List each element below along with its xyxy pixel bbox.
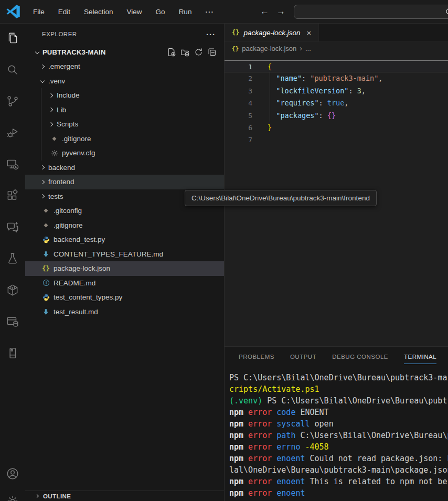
json-file-icon: {} [232,29,239,36]
new-folder-icon[interactable] [180,48,189,57]
close-tab-icon[interactable]: × [307,28,312,37]
panel-tab-problems[interactable]: PROBLEMS [239,354,274,360]
terminal-token: error [243,477,272,486]
terminal-token: C:\Users\Bilal\OneDrive\Bureau\pubtrack3… [295,431,448,440]
token: "requires" [276,99,318,107]
file-pyvenv-cfg[interactable]: pyvenv.cfg [25,146,224,161]
tab-package-lock-json[interactable]: {} package-lock.json × [225,24,319,41]
tree-item-label: .gitconfig [54,207,82,215]
indent-guide [41,103,41,118]
testing-icon[interactable] [0,246,25,271]
containers-icon[interactable] [0,278,25,303]
file--gitignore[interactable]: .gitignore [25,132,224,146]
file-test-result-md[interactable]: test_result.md [25,305,224,319]
terminal-token: syscall [272,419,310,429]
terminal-token: enoent [272,454,305,463]
forward-arrow-icon[interactable]: → [276,6,285,17]
file-tree: .emergent.venvIncludeLibScripts.gitignor… [25,59,224,319]
new-file-icon[interactable] [167,48,176,57]
breadcrumb[interactable]: {} package-lock.json › ... [225,42,448,55]
command-center-search[interactable] [294,5,448,19]
token [268,99,276,107]
folder-scripts[interactable]: Scripts [25,117,224,132]
source-control-icon[interactable] [0,89,25,114]
code-line: 5 "packages": {} [225,110,448,122]
editor-group: {} package-lock.json × {} package-lock.j… [225,24,448,501]
code-line: 2 "name": "pubtrack3-main", [225,72,448,84]
menu-view[interactable]: View [120,8,149,16]
search-icon[interactable] [0,57,25,82]
folder--emergent[interactable]: .emergent [25,59,224,74]
menu-go[interactable]: Go [149,8,172,16]
code-line: 3 "lockfileVersion": 3, [225,85,448,97]
extensions-icon[interactable] [0,183,25,208]
terminal-output[interactable]: PS C:\Users\Bilal\OneDrive\Bureau\pubtra… [229,372,448,501]
chevron-collapsed-icon [35,494,39,498]
code-line: 7 [225,134,448,146]
terminal-token: ENOENT [295,408,328,417]
terminal-token: error [243,442,272,452]
git-file-icon [42,207,50,215]
menu-edit[interactable]: Edit [51,8,77,16]
breadcrumb-file[interactable]: package-lock.json [242,45,296,52]
device-icon[interactable] [0,340,25,366]
chat-icon[interactable] [0,215,25,240]
breadcrumb-symbol[interactable]: ... [305,45,311,52]
workspace-name: PUBTRACK3-MAIN [42,48,106,56]
outline-section-header[interactable]: OUTLINE [25,491,224,501]
tab-label: package-lock.json [243,29,300,37]
editor-tab-bar: {} package-lock.json × [225,24,448,42]
chevron-collapsed-icon [40,194,45,198]
menu-selection[interactable]: Selection [77,8,120,16]
terminal-token: error [243,419,272,429]
menu-more-icon[interactable]: ··· [198,8,221,16]
run-debug-icon[interactable] [0,120,25,145]
file-package-lock-json[interactable]: {}package-lock.json [25,261,224,276]
file-readme-md[interactable]: README.md [25,276,224,291]
panel-tab-terminal[interactable]: TERMINAL [404,354,436,360]
terminal-token: npm [229,488,243,498]
token: , [378,74,382,82]
code-line: 4 "requires": true, [225,97,448,109]
tree-item-label: test_result.md [54,308,98,316]
database-icon[interactable] [0,309,25,334]
folder-lib[interactable]: Lib [25,103,224,118]
token: "lockfileVersion" [276,87,348,95]
terminal-line: npm error path C:\Users\Bilal\OneDrive\B… [229,430,448,441]
explorer-sidebar: EXPLORER ··· PUBTRACK3-MAIN .emergent.ve… [25,24,225,501]
panel-tab-debug-console[interactable]: DEBUG CONSOLE [332,354,388,360]
tree-item-label: .venv [48,77,65,85]
file-backend-test-py[interactable]: backend_test.py [25,232,224,247]
file--gitignore[interactable]: .gitignore [25,218,224,233]
sidebar-header: EXPLORER ··· [25,24,224,45]
sidebar-more-actions-icon[interactable]: ··· [206,30,216,39]
account-icon[interactable] [0,461,25,486]
code-text: "packages": {} [268,110,336,122]
folder-backend[interactable]: backend [25,161,224,175]
collapse-all-icon[interactable] [208,48,217,57]
menu-file[interactable]: File [26,8,51,16]
chevron-right-icon: › [300,44,302,52]
explorer-icon[interactable] [0,26,25,51]
python-file-icon [42,236,50,243]
file-content-types-feature-md[interactable]: CONTENT_TYPES_FEATURE.md [25,247,224,262]
titlebar: FileEditSelectionViewGoRun··· ← → [0,0,448,24]
back-arrow-icon[interactable]: ← [260,6,269,17]
terminal-line: npm error enoent [229,487,448,499]
vscode-window: FileEditSelectionViewGoRun··· ← → EXPLOR… [0,0,448,501]
workspace-section-header[interactable]: PUBTRACK3-MAIN [25,45,224,59]
code-text: "requires": true, [268,97,348,109]
settings-icon[interactable] [0,488,25,501]
folder-include[interactable]: Include [25,88,224,103]
folder--venv[interactable]: .venv [25,74,224,89]
terminal-token: error [243,488,272,498]
token: : [302,74,310,82]
panel-tab-output[interactable]: OUTPUT [290,354,316,360]
menu-run[interactable]: Run [172,8,199,16]
terminal-token: enoent [272,488,305,498]
file-test-content-types-py[interactable]: test_content_types.py [25,290,224,305]
refresh-icon[interactable] [194,48,203,57]
remote-explorer-icon[interactable] [0,152,25,177]
folder-frontend[interactable]: frontend [25,175,224,189]
terminal-line: PS C:\Users\Bilal\OneDrive\Bureau\pubtra… [229,372,448,383]
